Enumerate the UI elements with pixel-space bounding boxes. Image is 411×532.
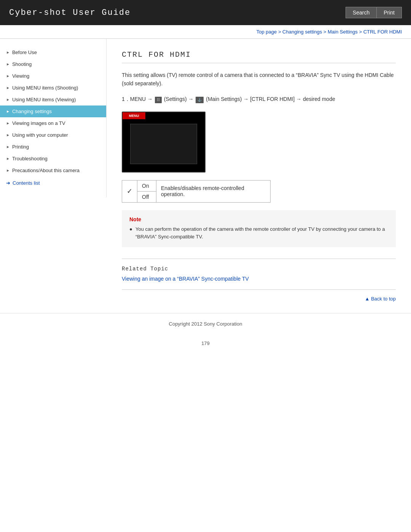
option-description: Enables/disables remote-controlled opera… bbox=[156, 180, 271, 202]
sidebar-item-label: Using MENU items (Viewing) bbox=[12, 97, 76, 102]
sidebar-item-label: Viewing images on a TV bbox=[12, 120, 65, 126]
step-instruction: 1．MENU → ☷ (Settings) → ⚓ (Main Settings… bbox=[122, 95, 396, 104]
content-area: CTRL FOR HDMI This setting allows (TV) r… bbox=[107, 39, 411, 313]
sidebar-item-using-menu-viewing[interactable]: ► Using MENU items (Viewing) bbox=[0, 94, 106, 105]
page-title: CTRL FOR HDMI bbox=[122, 50, 396, 63]
search-button[interactable]: Search bbox=[346, 7, 376, 18]
sidebar-item-changing-settings[interactable]: ► Changing settings bbox=[0, 105, 106, 117]
main-settings-icon: ⚓ bbox=[196, 97, 204, 103]
sidebar-item-precautions[interactable]: ► Precautions/About this camera bbox=[0, 165, 106, 176]
sidebar-item-shooting[interactable]: ► Shooting bbox=[0, 58, 106, 70]
checkmark-icon: ✓ bbox=[127, 187, 132, 195]
sidebar-item-troubleshooting[interactable]: ► Troubleshooting bbox=[0, 153, 106, 165]
chevron-icon: ► bbox=[6, 50, 10, 54]
note-item: You can perform the operation of the cam… bbox=[129, 225, 388, 241]
page-number: 179 bbox=[0, 334, 411, 352]
sidebar-item-beforeuse[interactable]: ► Before Use bbox=[0, 46, 106, 58]
chevron-icon: ► bbox=[6, 168, 10, 173]
footer: Copyright 2012 Sony Corporation bbox=[0, 313, 411, 334]
chevron-icon: ► bbox=[6, 86, 10, 90]
sidebar-item-viewing-images-tv[interactable]: ► Viewing images on a TV bbox=[0, 117, 106, 129]
note-box: Note You can perform the operation of th… bbox=[122, 210, 396, 248]
copyright-text: Copyright 2012 Sony Corporation bbox=[169, 321, 242, 327]
back-to-top-link[interactable]: ▲ Back to top bbox=[365, 296, 396, 302]
breadcrumb-item-toppage[interactable]: Top page bbox=[256, 29, 277, 35]
settings-icon: ☷ bbox=[155, 97, 162, 103]
sidebar-item-printing[interactable]: ► Printing bbox=[0, 141, 106, 153]
sidebar-item-label: Printing bbox=[12, 144, 29, 150]
related-topic-title: Related Topic bbox=[122, 266, 396, 272]
chevron-icon: ► bbox=[6, 109, 10, 113]
breadcrumb-separator2: > bbox=[323, 29, 328, 35]
sidebar: ► Before Use ► Shooting ► Viewing ► Usin… bbox=[0, 39, 107, 197]
print-button[interactable]: Print bbox=[376, 7, 402, 18]
camera-screenshot: MENU bbox=[122, 112, 206, 173]
breadcrumb-item-mainsettings[interactable]: Main Settings bbox=[328, 29, 358, 35]
sidebar-item-using-menu-shooting[interactable]: ► Using MENU items (Shooting) bbox=[0, 82, 106, 94]
sidebar-item-label: Before Use bbox=[12, 50, 37, 55]
sidebar-item-label: Using with your computer bbox=[12, 132, 68, 138]
chevron-icon: ► bbox=[6, 157, 10, 161]
main-layout: ► Before Use ► Shooting ► Viewing ► Usin… bbox=[0, 39, 411, 313]
arrow-right-icon: ➔ bbox=[6, 180, 10, 186]
chevron-icon: ► bbox=[6, 133, 10, 137]
sidebar-item-label: Precautions/About this camera bbox=[12, 168, 80, 173]
sidebar-item-label: Viewing bbox=[12, 73, 29, 79]
related-topic-link[interactable]: Viewing an image on a “BRAVIA” Sync-comp… bbox=[122, 276, 249, 282]
breadcrumb-item-ctrlforhdmi[interactable]: CTRL FOR HDMI bbox=[363, 29, 402, 35]
chevron-icon: ► bbox=[6, 121, 10, 125]
option-on-label: On bbox=[137, 180, 156, 191]
breadcrumb-separator3: > bbox=[359, 29, 363, 35]
option-off-label: Off bbox=[137, 191, 156, 202]
camera-menu-label: MENU bbox=[123, 112, 145, 119]
site-title: Cyber-shot User Guide bbox=[9, 8, 131, 18]
chevron-icon: ► bbox=[6, 97, 10, 102]
related-topic-section: Related Topic Viewing an image on a “BRA… bbox=[122, 259, 396, 282]
chevron-icon: ► bbox=[6, 74, 10, 78]
sidebar-item-label: Troubleshooting bbox=[12, 156, 48, 161]
body-text: This setting allows (TV) remote control … bbox=[122, 71, 396, 88]
chevron-icon: ► bbox=[6, 145, 10, 149]
breadcrumb: Top page > Changing settings > Main Sett… bbox=[0, 25, 411, 39]
menu-label-text: MENU bbox=[129, 114, 139, 118]
breadcrumb-separator: > bbox=[278, 29, 282, 35]
sidebar-item-label: Using MENU items (Shooting) bbox=[12, 85, 78, 91]
chevron-icon: ► bbox=[6, 62, 10, 66]
contents-list-link[interactable]: ➔ Contents list bbox=[0, 176, 106, 190]
header: Cyber-shot User Guide Search Print bbox=[0, 0, 411, 25]
camera-mock-image: MENU bbox=[122, 112, 206, 173]
check-cell: ✓ bbox=[122, 180, 137, 202]
back-to-top: ▲ Back to top bbox=[122, 289, 396, 302]
camera-screen bbox=[130, 124, 197, 164]
sidebar-item-label: Changing settings bbox=[12, 109, 52, 114]
breadcrumb-item-changingsettings[interactable]: Changing settings bbox=[282, 29, 322, 35]
header-buttons: Search Print bbox=[346, 7, 402, 18]
sidebar-item-label: Shooting bbox=[12, 61, 32, 67]
sidebar-item-viewing[interactable]: ► Viewing bbox=[0, 70, 106, 82]
sidebar-item-using-with-computer[interactable]: ► Using with your computer bbox=[0, 129, 106, 141]
contents-list-label: Contents list bbox=[13, 180, 40, 186]
options-table: ✓ On Enables/disables remote-controlled … bbox=[122, 180, 271, 203]
note-title: Note bbox=[129, 216, 388, 222]
table-row: ✓ On Enables/disables remote-controlled … bbox=[122, 180, 271, 191]
